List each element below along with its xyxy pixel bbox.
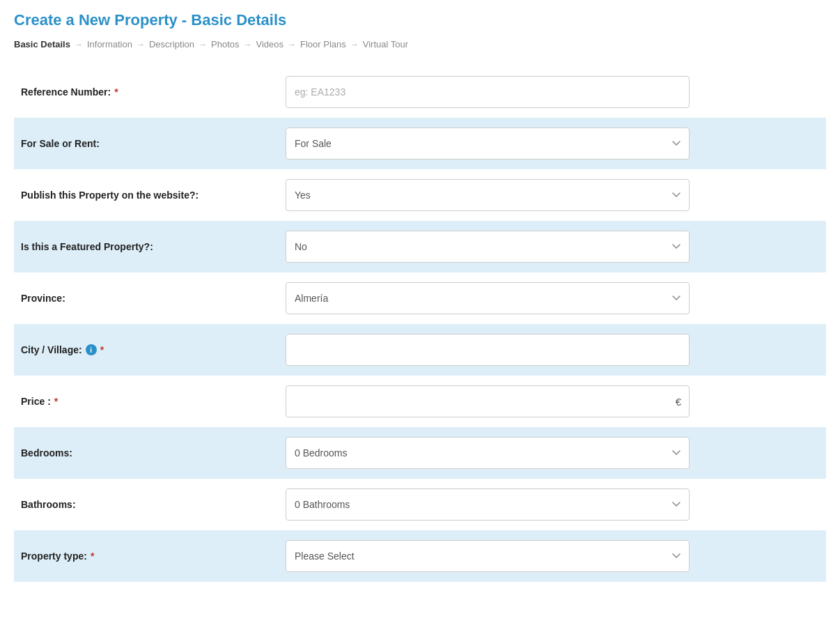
property-type-row: Property type: * Please Select Apartment…	[14, 530, 826, 582]
breadcrumb-basic-details[interactable]: Basic Details	[14, 39, 70, 49]
featured-label: Is this a Featured Property?:	[21, 241, 286, 252]
publish-select[interactable]: Yes No	[286, 179, 690, 211]
for-sale-rent-label: For Sale or Rent:	[21, 138, 286, 149]
page-title: Create a New Property - Basic Details	[14, 11, 826, 29]
bedrooms-label: Bedrooms:	[21, 447, 286, 459]
breadcrumb-arrow-4: →	[244, 40, 252, 49]
city-village-required: *	[100, 344, 104, 355]
property-type-label: Property type: *	[21, 551, 286, 562]
breadcrumb-arrow-1: →	[75, 40, 83, 49]
bedrooms-select[interactable]: 0 Bedrooms 1 Bedroom 2 Bedrooms 3 Bedroo…	[286, 437, 690, 469]
breadcrumb-videos[interactable]: Videos	[256, 39, 284, 49]
price-input[interactable]	[286, 385, 690, 417]
reference-number-label: Reference Number: *	[21, 86, 286, 98]
featured-select[interactable]: No Yes	[286, 231, 690, 263]
province-row: Province: Almería Granada Malaga Murcia …	[14, 272, 826, 324]
price-label: Price : *	[21, 396, 286, 407]
reference-number-row: Reference Number: *	[14, 66, 826, 118]
price-wrapper: €	[286, 385, 690, 417]
breadcrumb-arrow-6: →	[350, 40, 359, 49]
province-label: Province:	[21, 293, 286, 304]
featured-row: Is this a Featured Property?: No Yes	[14, 221, 826, 272]
publish-label: Publish this Property on the website?:	[21, 190, 286, 201]
reference-number-input[interactable]	[286, 76, 690, 108]
for-sale-rent-row: For Sale or Rent: For Sale For Rent	[14, 118, 826, 169]
breadcrumb: Basic Details → Information → Descriptio…	[14, 39, 826, 49]
property-type-required: *	[91, 551, 94, 562]
breadcrumb-arrow-5: →	[288, 40, 296, 49]
province-select[interactable]: Almería Granada Malaga Murcia Valencia A…	[286, 282, 690, 314]
for-sale-rent-select[interactable]: For Sale For Rent	[286, 128, 690, 160]
breadcrumb-photos[interactable]: Photos	[211, 39, 239, 49]
city-village-row: City / Village: i *	[14, 324, 826, 376]
breadcrumb-floor-plans[interactable]: Floor Plans	[300, 39, 346, 49]
bedrooms-row: Bedrooms: 0 Bedrooms 1 Bedroom 2 Bedroom…	[14, 427, 826, 479]
bathrooms-select[interactable]: 0 Bathrooms 1 Bathroom 2 Bathrooms 3 Bat…	[286, 488, 690, 521]
breadcrumb-arrow-3: →	[199, 40, 207, 49]
bathrooms-row: Bathrooms: 0 Bathrooms 1 Bathroom 2 Bath…	[14, 479, 826, 530]
breadcrumb-arrow-2: →	[137, 40, 145, 49]
breadcrumb-description[interactable]: Description	[149, 39, 194, 49]
property-type-select[interactable]: Please Select Apartment Villa Townhouse …	[286, 540, 690, 572]
city-village-input[interactable]	[286, 334, 690, 366]
breadcrumb-information[interactable]: Information	[87, 39, 132, 49]
bathrooms-label: Bathrooms:	[21, 499, 286, 510]
publish-row: Publish this Property on the website?: Y…	[14, 169, 826, 221]
city-village-label: City / Village: i *	[21, 344, 286, 355]
city-village-info-icon[interactable]: i	[86, 344, 97, 355]
breadcrumb-virtual-tour[interactable]: Virtual Tour	[363, 39, 408, 49]
price-required: *	[54, 396, 58, 407]
price-row: Price : * €	[14, 376, 826, 427]
reference-number-required: *	[114, 86, 118, 98]
